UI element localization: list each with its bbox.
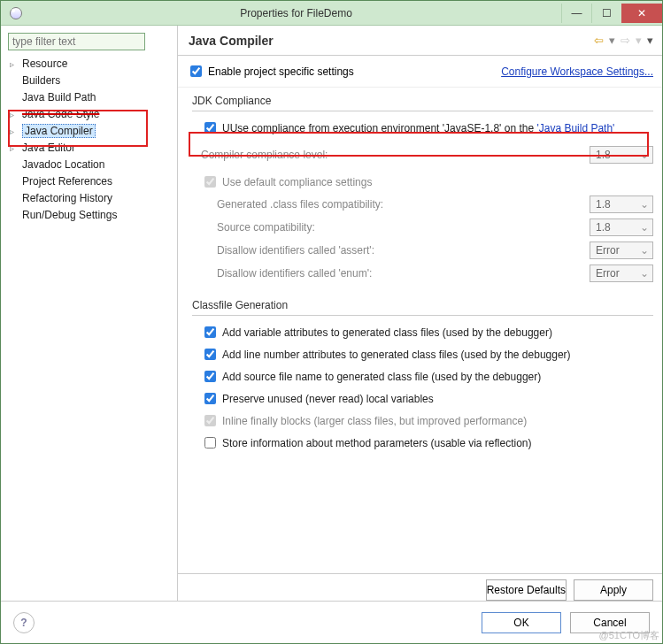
assert-combo: Error [590,242,653,259]
tree-item-project-refs[interactable]: Project References [10,173,177,190]
use-default-compliance-checkbox: Use default compliance settings [201,173,372,190]
eclipse-icon [10,7,22,19]
nav-arrows: ⇦▾ ⇨▾ ▾ [594,34,653,47]
help-icon[interactable]: ? [13,612,35,633]
class-compat-combo: 1.8 [590,196,653,213]
tree-item-java-editor[interactable]: Java Editor [10,140,177,157]
apply-button[interactable]: Apply [574,579,653,601]
filter-input[interactable] [8,33,145,50]
sidebar: Resource Builders Java Build Path Java C… [1,26,178,601]
cf-store-params-checkbox[interactable]: Store information about method parameter… [201,434,532,451]
main-panel: Java Compiler ⇦▾ ⇨▾ ▾ Enable project spe… [178,26,662,601]
tree-item-refactoring[interactable]: Refactoring History [10,190,177,207]
ok-button[interactable]: OK [482,612,561,633]
tree-item-builders[interactable]: Builders [10,73,177,89]
menu-icon[interactable]: ▾ [647,34,653,47]
enable-project-settings-checkbox[interactable]: Enable project specific settings [187,63,354,80]
cf-inline-finally-checkbox: Inline finally blocks (larger class file… [201,412,527,429]
cancel-button[interactable]: Cancel [570,612,650,633]
tree-item-run-debug[interactable]: Run/Debug Settings [10,207,177,224]
classfile-title: Classfile Generation [192,295,653,316]
properties-dialog: Properties for FileDemo — ☐ ✕ Resource B… [0,0,663,644]
java-build-path-link[interactable]: 'Java Build Path' [536,122,614,134]
source-compat-combo: 1.8 [590,218,653,236]
restore-defaults-button[interactable]: Restore Defaults [486,579,567,601]
cf-line-num-checkbox[interactable]: Add line number attributes to generated … [201,346,571,363]
tree-item-build-path[interactable]: Java Build Path [10,89,177,106]
sidebar-tree: Resource Builders Java Build Path Java C… [1,56,177,224]
tree-item-resource[interactable]: Resource [10,56,177,73]
cf-preserve-unused-checkbox[interactable]: Preserve unused (never read) local varia… [201,390,434,407]
title-bar: Properties for FileDemo — ☐ ✕ [1,1,662,26]
cf-source-file-checkbox[interactable]: Add source file name to generated class … [201,368,541,385]
use-exec-env-checkbox[interactable]: UUse compliance from execution environme… [201,119,614,136]
window-title: Properties for FileDemo [240,7,352,19]
enum-combo: Error [590,264,653,282]
jdk-compliance-title: JDK Compliance [192,91,653,111]
close-button[interactable]: ✕ [621,4,662,23]
compliance-level-combo[interactable]: 1.8 [590,146,653,164]
cf-var-attrs-checkbox[interactable]: Add variable attributes to generated cla… [201,324,552,341]
maximize-button[interactable]: ☐ [591,4,621,23]
tree-item-code-style[interactable]: Java Code Style [10,106,177,123]
configure-workspace-link[interactable]: Configure Workspace Settings... [501,65,653,78]
minimize-button[interactable]: — [561,4,591,23]
tree-item-java-compiler[interactable]: Java Compiler [10,123,177,140]
back-icon[interactable]: ⇦ [594,34,604,47]
forward-icon: ⇨ [621,34,630,47]
page-title: Java Compiler [189,34,274,48]
tree-item-javadoc[interactable]: Javadoc Location [10,157,177,173]
compliance-level-row: Compiler compliance level: 1.8 [192,139,653,171]
